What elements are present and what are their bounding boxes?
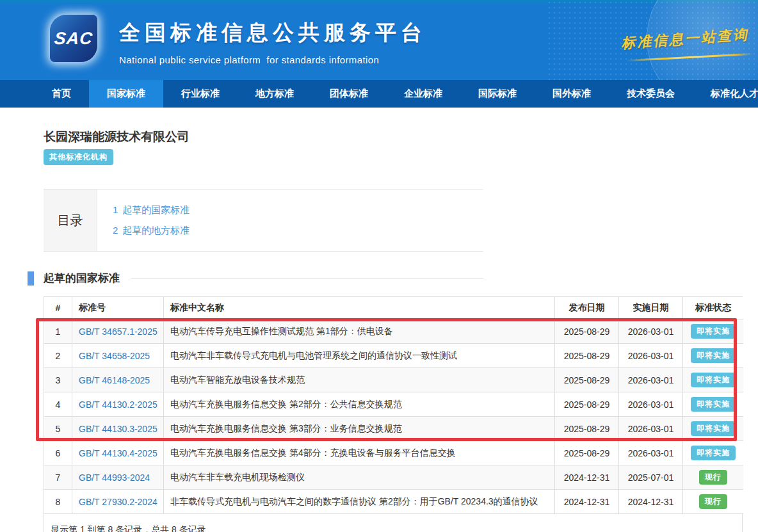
standard-name: 非车载传导式充电机与电动汽车之间的数字通信协议 第2部分：用于GB/T 2023… bbox=[164, 490, 555, 514]
nav-item[interactable]: 行业标准 bbox=[163, 80, 238, 108]
nav-item[interactable]: 首页 bbox=[34, 80, 89, 108]
publish-date: 2025-08-29 bbox=[555, 441, 619, 465]
row-index: 8 bbox=[44, 490, 72, 514]
status-badge: 现行 bbox=[699, 494, 727, 509]
standard-number-link[interactable]: GB/T 44993-2024 bbox=[79, 472, 150, 483]
standard-name: 电动汽车充换电服务信息交换 第2部分：公共信息交换规范 bbox=[164, 392, 555, 417]
status-badge: 即将实施 bbox=[691, 397, 736, 412]
implement-date: 2026-03-01 bbox=[619, 417, 683, 441]
nav-item[interactable]: 地方标准 bbox=[238, 80, 312, 108]
col-header-std-no: 标准号 bbox=[72, 297, 164, 319]
site-brand: 全国标准信息公共服务平台 National public service pla… bbox=[119, 19, 426, 65]
site-subtitle: National public service platform for sta… bbox=[119, 54, 426, 65]
main-nav: 首页国家标准行业标准地方标准团体标准企业标准国际标准国外标准技术委员会标准化人才 bbox=[0, 80, 758, 108]
row-index: 4 bbox=[44, 392, 72, 417]
row-index: 6 bbox=[44, 441, 72, 465]
nav-item[interactable]: 团体标准 bbox=[312, 80, 386, 108]
standard-number-link[interactable]: GB/T 44130.4-2025 bbox=[79, 448, 157, 458]
table-row: 1 GB/T 34657.1-2025 电动汽车传导充电互操作性测试规范 第1部… bbox=[44, 319, 743, 344]
site-title: 全国标准信息公共服务平台 bbox=[119, 19, 426, 47]
table-row: 7 GB/T 44993-2024 电动汽车非车载充电机现场检测仪 2024-1… bbox=[44, 465, 743, 490]
table-of-contents: 目录 1起草的国家标准2起草的地方标准 bbox=[44, 189, 483, 252]
col-header-impl-date: 实施日期 bbox=[619, 297, 683, 319]
standard-number-link[interactable]: GB/T 44130.2-2025 bbox=[79, 399, 157, 410]
publish-date: 2025-08-29 bbox=[555, 417, 619, 441]
standard-name: 电动汽车非车载充电机现场检测仪 bbox=[164, 465, 555, 490]
status-badge: 即将实施 bbox=[691, 373, 736, 387]
nav-item[interactable]: 国家标准 bbox=[89, 80, 163, 108]
standard-number-link[interactable]: GB/T 46148-2025 bbox=[79, 375, 150, 385]
implement-date: 2026-03-01 bbox=[619, 319, 683, 344]
publish-date: 2024-12-31 bbox=[555, 490, 619, 514]
nav-item[interactable]: 企业标准 bbox=[386, 80, 460, 108]
table-row: 8 GB/T 27930.2-2024 非车载传导式充电机与电动汽车之间的数字通… bbox=[44, 490, 743, 514]
status-badge: 现行 bbox=[699, 470, 727, 485]
nav-item[interactable]: 技术委员会 bbox=[609, 80, 693, 108]
standards-table-container: # 标准号 标准中文名称 发布日期 实施日期 标准状态 1 GB/T 34657… bbox=[44, 296, 743, 532]
col-header-status: 标准状态 bbox=[683, 297, 743, 319]
publish-date: 2024-12-31 bbox=[555, 465, 619, 490]
implement-date: 2026-03-01 bbox=[619, 441, 683, 465]
section-header: 起草的国家标准 bbox=[28, 271, 483, 286]
standard-number-link[interactable]: GB/T 27930.2-2024 bbox=[79, 497, 157, 507]
publish-date: 2025-08-29 bbox=[555, 368, 619, 392]
standard-name: 电动汽车充换电服务信息交换 第4部分：充换电设备与服务平台信息交换 bbox=[164, 441, 555, 465]
company-name: 长园深瑞能源技术有限公司 bbox=[44, 130, 758, 144]
col-header-pub-date: 发布日期 bbox=[555, 297, 619, 319]
nav-item[interactable]: 国外标准 bbox=[535, 80, 609, 108]
table-row: 4 GB/T 44130.2-2025 电动汽车充换电服务信息交换 第2部分：公… bbox=[44, 392, 743, 417]
sac-logo[interactable]: SAC bbox=[50, 15, 97, 62]
row-index: 2 bbox=[44, 344, 72, 368]
standard-name: 电动汽车充换电服务信息交换 第3部分：业务信息交换规范 bbox=[164, 417, 555, 441]
standard-number-link[interactable]: GB/T 34657.1-2025 bbox=[79, 326, 157, 337]
row-index: 1 bbox=[44, 319, 72, 344]
toc-label: 目录 bbox=[44, 189, 97, 251]
publish-date: 2025-08-29 bbox=[555, 344, 619, 368]
nav-item[interactable]: 标准化人才 bbox=[693, 80, 758, 108]
section-title: 起草的国家标准 bbox=[44, 271, 120, 286]
standard-number-link[interactable]: GB/T 34658-2025 bbox=[79, 351, 150, 361]
implement-date: 2026-03-01 bbox=[619, 344, 683, 368]
publish-date: 2025-08-29 bbox=[555, 392, 619, 417]
toc-links: 1起草的国家标准2起草的地方标准 bbox=[97, 189, 190, 251]
status-badge: 即将实施 bbox=[691, 421, 736, 436]
table-row: 6 GB/T 44130.4-2025 电动汽车充换电服务信息交换 第4部分：充… bbox=[44, 441, 743, 465]
row-index: 7 bbox=[44, 465, 72, 490]
status-badge: 即将实施 bbox=[691, 348, 736, 363]
implement-date: 2024-12-31 bbox=[619, 490, 683, 514]
col-header-name: 标准中文名称 bbox=[164, 297, 555, 319]
table-row: 2 GB/T 34658-2025 电动汽车非车载传导式充电机与电池管理系统之间… bbox=[44, 344, 743, 368]
standard-name: 电动汽车智能充放电设备技术规范 bbox=[164, 368, 555, 392]
record-count-summary: 显示第 1 到第 8 条记录，总共 8 条记录 bbox=[44, 514, 742, 532]
standard-name: 电动汽车传导充电互操作性测试规范 第1部分：供电设备 bbox=[164, 319, 555, 344]
site-header: SAC 全国标准信息公共服务平台 National public service… bbox=[0, 0, 758, 80]
implement-date: 2026-03-01 bbox=[619, 368, 683, 392]
section-marker bbox=[28, 271, 34, 286]
standards-table: # 标准号 标准中文名称 发布日期 实施日期 标准状态 1 GB/T 34657… bbox=[44, 297, 743, 514]
table-row: 5 GB/T 44130.3-2025 电动汽车充换电服务信息交换 第3部分：业… bbox=[44, 417, 743, 441]
status-badge: 即将实施 bbox=[691, 446, 736, 460]
nav-item[interactable]: 国际标准 bbox=[460, 80, 535, 108]
standard-number-link[interactable]: GB/T 44130.3-2025 bbox=[79, 424, 157, 434]
table-row: 3 GB/T 46148-2025 电动汽车智能充放电设备技术规范 2025-0… bbox=[44, 368, 743, 392]
sac-logo-text: SAC bbox=[53, 29, 93, 49]
row-index: 3 bbox=[44, 368, 72, 392]
org-type-badge: 其他标准化机构 bbox=[44, 149, 113, 165]
row-index: 5 bbox=[44, 417, 72, 441]
content-area: 长园深瑞能源技术有限公司 其他标准化机构 目录 1起草的国家标准2起草的地方标准… bbox=[0, 130, 758, 532]
toc-link[interactable]: 2起草的地方标准 bbox=[113, 225, 190, 237]
section-divider bbox=[131, 278, 483, 278]
col-header-index: # bbox=[44, 297, 72, 319]
table-header-row: # 标准号 标准中文名称 发布日期 实施日期 标准状态 bbox=[44, 297, 743, 319]
implement-date: 2026-03-01 bbox=[619, 392, 683, 417]
publish-date: 2025-08-29 bbox=[555, 319, 619, 344]
standard-name: 电动汽车非车载传导式充电机与电池管理系统之间的通信协议一致性测试 bbox=[164, 344, 555, 368]
implement-date: 2025-07-01 bbox=[619, 465, 683, 490]
toc-link[interactable]: 1起草的国家标准 bbox=[113, 204, 190, 216]
status-badge: 即将实施 bbox=[691, 324, 736, 339]
